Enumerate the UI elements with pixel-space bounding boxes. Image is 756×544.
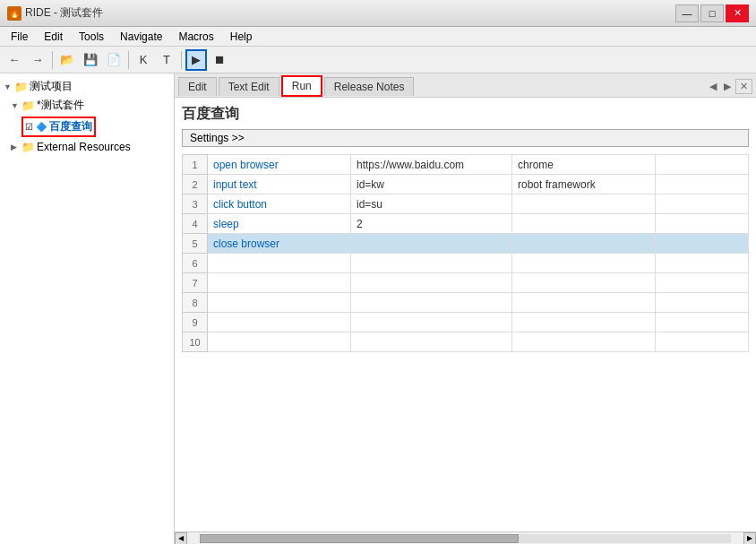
close-button[interactable]: ✕ bbox=[726, 4, 749, 22]
keyword-cell[interactable] bbox=[208, 293, 351, 313]
keyword-cell[interactable] bbox=[208, 332, 351, 352]
arg3-cell[interactable] bbox=[656, 273, 749, 293]
arg1-cell[interactable]: 2 bbox=[351, 214, 512, 234]
minimize-button[interactable]: — bbox=[675, 4, 699, 22]
scroll-right-button[interactable]: ▶ bbox=[743, 532, 756, 545]
back-button[interactable]: ← bbox=[4, 49, 25, 71]
arg1-cell[interactable] bbox=[351, 273, 512, 293]
maximize-button[interactable]: □ bbox=[700, 4, 724, 22]
expand-icon-suite: ▼ bbox=[11, 101, 20, 110]
table-row[interactable]: 5close browser bbox=[183, 234, 749, 254]
arg3-cell[interactable] bbox=[656, 194, 749, 214]
keyword-cell[interactable]: open browser bbox=[208, 155, 351, 175]
scrollbar-thumb[interactable] bbox=[200, 534, 519, 543]
sidebar: ▼ 📁 测试项目 ▼ 📁 *测试套件 ☑ 🔷 百度查询 ▶ 📁 External… bbox=[0, 73, 175, 544]
app-icon: 🔥 bbox=[7, 6, 21, 21]
arg2-cell[interactable] bbox=[512, 214, 656, 234]
testcase-label: 百度查询 bbox=[49, 119, 92, 134]
keyword-cell[interactable]: close browser bbox=[208, 234, 351, 254]
save-button[interactable]: 💾 bbox=[80, 49, 101, 71]
table-row[interactable]: 1open browserhttps://www.baidu.comchrome bbox=[183, 155, 749, 175]
table-row[interactable]: 6 bbox=[183, 254, 749, 273]
table-row[interactable]: 7 bbox=[183, 273, 749, 293]
arg1-cell[interactable]: id=su bbox=[351, 194, 512, 214]
arg2-cell[interactable] bbox=[512, 293, 656, 313]
table-row[interactable]: 8 bbox=[183, 293, 749, 313]
ext-folder-icon: 📁 bbox=[21, 141, 35, 153]
menu-macros[interactable]: Macros bbox=[171, 29, 220, 45]
arg1-cell[interactable] bbox=[351, 313, 512, 332]
arg1-cell[interactable] bbox=[351, 332, 512, 352]
arg1-cell[interactable] bbox=[351, 234, 512, 254]
menu-navigate[interactable]: Navigate bbox=[113, 29, 169, 45]
settings-button[interactable]: Settings >> bbox=[182, 129, 749, 147]
arg2-cell[interactable] bbox=[512, 313, 656, 332]
arg2-cell[interactable] bbox=[512, 254, 656, 273]
arg3-cell[interactable] bbox=[656, 332, 749, 352]
arg3-cell[interactable] bbox=[656, 293, 749, 313]
sidebar-item-external[interactable]: ▶ 📁 External Resources bbox=[0, 139, 174, 155]
arg1-cell[interactable] bbox=[351, 254, 512, 273]
new-button[interactable]: 📄 bbox=[103, 49, 125, 71]
sidebar-item-suite[interactable]: ▼ 📁 *测试套件 bbox=[0, 96, 174, 115]
tab-run[interactable]: Run bbox=[281, 75, 322, 97]
horizontal-scrollbar[interactable]: ◀ ▶ bbox=[175, 531, 756, 544]
toolbar-separator-1 bbox=[52, 51, 53, 69]
arg3-cell[interactable] bbox=[656, 155, 749, 175]
table-row[interactable]: 4sleep2 bbox=[183, 214, 749, 234]
run-button[interactable]: ▶ bbox=[185, 49, 207, 71]
arg3-cell[interactable] bbox=[656, 234, 749, 254]
arg2-cell[interactable]: chrome bbox=[512, 155, 656, 175]
arg1-cell[interactable] bbox=[351, 293, 512, 313]
keyword-cell[interactable]: click button bbox=[208, 194, 351, 214]
tab-text-edit[interactable]: Text Edit bbox=[219, 77, 279, 96]
arg3-cell[interactable] bbox=[656, 254, 749, 273]
highlighted-test-item[interactable]: ☑ 🔷 百度查询 bbox=[21, 117, 96, 137]
arg3-cell[interactable] bbox=[656, 175, 749, 194]
arg2-cell[interactable] bbox=[512, 332, 656, 352]
arg2-cell[interactable]: robot framework bbox=[512, 175, 656, 194]
flame-icon: 🔥 bbox=[9, 8, 20, 18]
row-number: 7 bbox=[183, 273, 208, 293]
tab-next-button[interactable]: ▶ bbox=[721, 80, 734, 93]
sidebar-item-testcase[interactable]: ☑ 🔷 百度查询 bbox=[0, 115, 174, 139]
tab-release-notes[interactable]: Release Notes bbox=[324, 77, 415, 96]
toolbar-separator-2 bbox=[128, 51, 129, 69]
keyword-cell[interactable] bbox=[208, 313, 351, 332]
arg2-cell[interactable] bbox=[512, 234, 656, 254]
menu-file[interactable]: File bbox=[4, 29, 35, 45]
menu-edit[interactable]: Edit bbox=[37, 29, 70, 45]
menu-help[interactable]: Help bbox=[223, 29, 260, 45]
arg2-cell[interactable] bbox=[512, 194, 656, 214]
table-row[interactable]: 2input textid=kwrobot framework bbox=[183, 175, 749, 194]
keyword-cell[interactable] bbox=[208, 273, 351, 293]
tab-close-button[interactable]: ✕ bbox=[735, 79, 752, 94]
tab-prev-button[interactable]: ◀ bbox=[707, 80, 719, 93]
scroll-left-button[interactable]: ◀ bbox=[175, 532, 187, 545]
stop-button[interactable]: ⏹ bbox=[209, 49, 230, 71]
arg1-cell[interactable]: id=kw bbox=[351, 175, 512, 194]
suite-folder-icon: 📁 bbox=[21, 99, 35, 112]
menu-tools[interactable]: Tools bbox=[72, 29, 111, 45]
keyword-cell[interactable] bbox=[208, 254, 351, 273]
sidebar-item-project[interactable]: ▼ 📁 测试项目 bbox=[0, 77, 174, 96]
t-button[interactable]: T bbox=[156, 49, 177, 71]
arg3-cell[interactable] bbox=[656, 214, 749, 234]
tab-edit[interactable]: Edit bbox=[178, 77, 217, 96]
open-button[interactable]: 📂 bbox=[56, 49, 78, 71]
table-row[interactable]: 3click buttonid=su bbox=[183, 194, 749, 214]
toolbar-separator-3 bbox=[181, 51, 182, 69]
table-row[interactable]: 10 bbox=[183, 332, 749, 352]
row-number: 8 bbox=[183, 293, 208, 313]
table-row[interactable]: 9 bbox=[183, 313, 749, 332]
k-button[interactable]: K bbox=[133, 49, 154, 71]
arg3-cell[interactable] bbox=[656, 313, 749, 332]
forward-button[interactable]: → bbox=[27, 49, 48, 71]
project-label: 测试项目 bbox=[30, 79, 73, 94]
content-body: 百度查询 Settings >> 1open browserhttps://ww… bbox=[175, 98, 756, 531]
row-number: 1 bbox=[183, 155, 208, 175]
keyword-cell[interactable]: sleep bbox=[208, 214, 351, 234]
arg1-cell[interactable]: https://www.baidu.com bbox=[351, 155, 512, 175]
keyword-cell[interactable]: input text bbox=[208, 175, 351, 194]
arg2-cell[interactable] bbox=[512, 273, 656, 293]
